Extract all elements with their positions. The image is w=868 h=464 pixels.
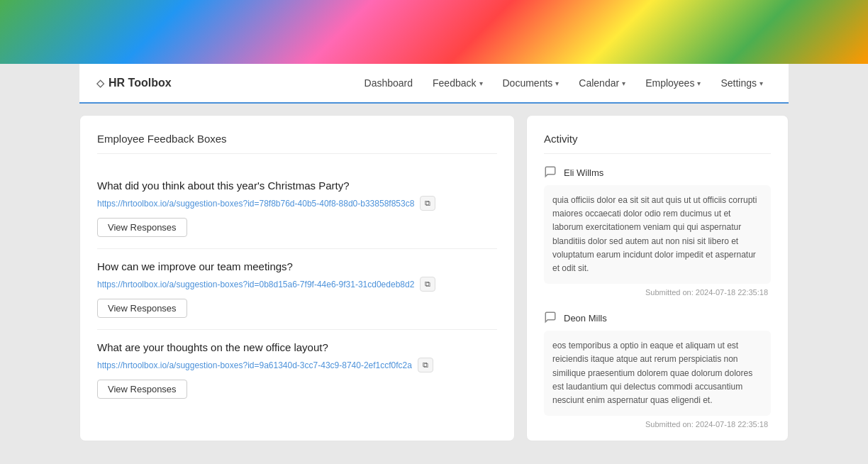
activity-title: Activity xyxy=(544,133,771,154)
feedback-url-row: https://hrtoolbox.io/a/suggestion-boxes?… xyxy=(97,277,497,292)
activity-item: Eli Willms quia officiis dolor ea sit si… xyxy=(544,165,771,297)
nav-documents[interactable]: Documents ▾ xyxy=(494,72,568,94)
copy-url-button[interactable]: ⧉ xyxy=(420,277,435,292)
calendar-chevron: ▾ xyxy=(622,79,625,87)
nav-dashboard[interactable]: Dashboard xyxy=(356,72,422,94)
chat-icon xyxy=(544,311,558,325)
feedback-url-link[interactable]: https://hrtoolbox.io/a/suggestion-boxes?… xyxy=(97,280,414,289)
settings-chevron: ▾ xyxy=(760,79,763,87)
navbar: ◇ HR Toolbox Dashboard Feedback ▾ Docume… xyxy=(79,64,789,104)
nav-feedback[interactable]: Feedback ▾ xyxy=(424,72,491,94)
left-panel: Employee Feedback Boxes What did you thi… xyxy=(79,115,515,441)
main-wrapper: ◇ HR Toolbox Dashboard Feedback ▾ Docume… xyxy=(79,0,789,453)
right-panel: Activity Eli Willms quia officiis dolor … xyxy=(526,115,789,441)
copy-url-button[interactable]: ⧉ xyxy=(418,358,433,372)
feedback-url-link[interactable]: https://hrtoolbox.io/a/suggestion-boxes?… xyxy=(97,360,412,370)
nav-settings[interactable]: Settings ▾ xyxy=(712,72,772,94)
logo-text: HR Toolbox xyxy=(108,77,172,89)
feedback-url-link[interactable]: https://hrtoolbox.io/a/suggestion-boxes?… xyxy=(97,199,414,209)
logo-icon: ◇ xyxy=(96,77,104,89)
feedback-item: What did you think about this year's Chr… xyxy=(97,168,497,249)
employees-chevron: ▾ xyxy=(697,79,701,87)
view-responses-button[interactable]: View Responses xyxy=(97,218,187,237)
feedback-question: What are your thoughts on the new office… xyxy=(97,341,497,353)
content-area: Employee Feedback Boxes What did you thi… xyxy=(79,104,789,453)
feedback-question: What did you think about this year's Chr… xyxy=(97,179,497,192)
activity-timestamp: Submitted on: 2024-07-18 22:35:18 xyxy=(544,420,771,429)
activity-item: Deon Mills eos temporibus a optio in eaq… xyxy=(544,311,771,429)
view-responses-button[interactable]: View Responses xyxy=(97,299,187,318)
feedback-item: What are your thoughts on the new office… xyxy=(97,330,497,410)
activity-username: Deon Mills xyxy=(564,313,607,324)
activity-message: quia officiis dolor ea sit sit aut quis … xyxy=(544,185,771,284)
activity-user-row: Deon Mills xyxy=(544,311,771,325)
feedback-url-row: https://hrtoolbox.io/a/suggestion-boxes?… xyxy=(97,358,497,372)
feedback-item: How can we improve our team meetings? ht… xyxy=(97,249,497,330)
feedback-chevron: ▾ xyxy=(479,79,483,87)
activity-user-row: Eli Willms xyxy=(544,165,771,179)
copy-url-button[interactable]: ⧉ xyxy=(420,196,435,211)
view-responses-button[interactable]: View Responses xyxy=(97,380,187,399)
feedback-question: How can we improve our team meetings? xyxy=(97,260,497,272)
nav-employees[interactable]: Employees ▾ xyxy=(637,72,709,94)
nav-calendar[interactable]: Calendar ▾ xyxy=(570,72,634,94)
logo-link[interactable]: ◇ HR Toolbox xyxy=(96,77,172,89)
nav-links: Dashboard Feedback ▾ Documents ▾ Calenda… xyxy=(356,72,772,94)
activity-username: Eli Willms xyxy=(564,167,603,178)
feedback-url-row: https://hrtoolbox.io/a/suggestion-boxes?… xyxy=(97,196,497,211)
activity-message: eos temporibus a optio in eaque et aliqu… xyxy=(544,331,771,416)
activity-timestamp: Submitted on: 2024-07-18 22:35:18 xyxy=(544,288,771,297)
panel-title: Employee Feedback Boxes xyxy=(97,133,497,154)
chat-icon xyxy=(544,165,558,179)
documents-chevron: ▾ xyxy=(555,79,559,87)
